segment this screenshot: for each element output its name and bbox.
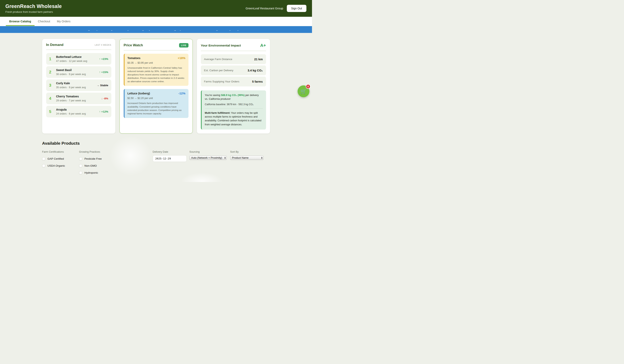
gap-certified-checkbox[interactable] — [42, 157, 45, 160]
alert-product-name: Lettuce (Iceberg) — [128, 92, 150, 95]
demand-item: 1 Butterhead Lettuce 47 orders · 12 per … — [46, 53, 111, 65]
pesticide-free-label[interactable]: Pesticide Free — [84, 157, 102, 160]
practices-label: Growing Practices — [79, 150, 153, 153]
alert-product-name: Tomatoes — [128, 56, 140, 60]
app-header: GreenReach Wholesale Fresh produce from … — [0, 0, 312, 17]
tab-my-orders[interactable]: My Orders — [53, 17, 74, 26]
impact-title: Your Environmental Impact — [201, 44, 241, 47]
banner-clipped-text — [111, 30, 112, 31]
rank-number: 2 — [49, 70, 54, 74]
demand-item: 5 Arugula 24 orders · 6 per week avg ↑ +… — [46, 106, 111, 117]
price-watch-card: Price Watch LIVE Tomatoes +18% $3.35 → $… — [120, 39, 193, 134]
impact-stat-row: Farms Supplying Your Orders 5 farms — [201, 77, 266, 86]
usda-organic-checkbox[interactable] — [42, 164, 45, 167]
product-name: Sweet Basil — [56, 68, 99, 72]
divider — [205, 108, 263, 109]
certifications-label: Farm Certifications — [42, 150, 79, 153]
cart-button[interactable]: 🛒 0 — [298, 85, 310, 97]
app-title: GreenReach Wholesale — [5, 3, 62, 9]
price-watch-title: Price Watch — [124, 43, 143, 47]
product-stats: 38 orders · 9 per week avg — [56, 73, 99, 76]
app-subtitle: Fresh produce from trusted farm partners — [5, 10, 62, 13]
pesticide-free-checkbox[interactable] — [79, 157, 82, 160]
demand-item: 2 Sweet Basil 38 orders · 9 per week avg… — [46, 66, 111, 78]
rank-number: 4 — [49, 96, 54, 101]
account-name: GreenLeaf Restaurant Group — [246, 7, 283, 10]
demand-item: 3 Curly Kale 35 orders · 9 per week avg … — [46, 79, 111, 91]
stat-value: 5 farms — [252, 80, 263, 83]
impact-stat-row: Est. Carbon per Delivery 3.4 kg CO₂ — [201, 66, 266, 75]
alert-change: -12% — [178, 91, 185, 95]
sort-by-select[interactable]: Product Name — [230, 156, 263, 160]
product-stats: 35 orders · 9 per week avg — [56, 86, 97, 89]
divider — [124, 50, 188, 50]
tab-checkout[interactable]: Checkout — [35, 17, 53, 26]
rank-number: 1 — [49, 57, 54, 61]
divider — [46, 49, 111, 50]
sort-selected-value: Product Name — [232, 156, 249, 159]
alert-description: Increased Ontario farm production has im… — [128, 102, 185, 115]
main-nav: Browse Catalog Checkout My Orders — [0, 17, 312, 26]
tab-browse-catalog[interactable]: Browse Catalog — [6, 17, 35, 26]
delivery-date-label: Delivery Date — [153, 150, 189, 153]
product-name: Butterhead Lettuce — [56, 55, 99, 58]
delivery-date-input[interactable] — [153, 155, 187, 162]
impact-grade: A+ — [260, 43, 266, 48]
in-demand-title: In Demand — [46, 43, 64, 47]
product-name: Curly Kale — [56, 82, 97, 85]
hydroponic-label[interactable]: Hydroponic — [84, 171, 98, 174]
stat-label: Est. Carbon per Delivery — [204, 69, 234, 72]
banner-clipped-text — [97, 30, 97, 31]
trend-indicator: ↑ +23% — [99, 57, 108, 61]
impact-stat-row: Average Farm Distance 21 km — [201, 54, 266, 64]
hydroponic-checkbox[interactable] — [79, 171, 82, 174]
banner-clipped-text — [149, 30, 150, 31]
gap-certified-label[interactable]: GAP Certified — [48, 157, 64, 160]
banner-clipped-text — [128, 30, 129, 31]
product-stats: 47 orders · 12 per week avg — [56, 60, 99, 63]
in-demand-card: In Demand LAST 4 WEEKS 1 Butterhead Lett… — [42, 39, 115, 134]
demand-item: 4 Cherry Tomatoes 29 orders · 7 per week… — [46, 92, 111, 104]
product-filters: Farm Certifications GAP Certified USDA O… — [42, 150, 270, 174]
sign-out-button[interactable]: Sign Out — [287, 5, 306, 12]
cart-count-badge: 0 — [306, 84, 311, 89]
banner-clipped-text — [174, 30, 176, 31]
divider — [201, 51, 266, 51]
usda-organic-label[interactable]: USDA Organic — [48, 164, 65, 167]
non-gmo-checkbox[interactable] — [79, 164, 82, 167]
baseline-info: California baseline: 3679 km · 592.3 kg … — [205, 103, 263, 106]
banner-clipped-text — [88, 30, 90, 31]
sort-by-label: Sort By — [230, 150, 263, 153]
price-alert-tomatoes: Tomatoes +18% $3.35 → $3.95 per unit Uns… — [124, 54, 188, 86]
stat-value: 21 km — [254, 57, 263, 61]
select-arrows-icon — [224, 157, 226, 159]
banner-clipped-text — [180, 30, 181, 31]
cart-icon: 🛒 — [300, 89, 307, 94]
product-stats: 24 orders · 6 per week avg — [56, 112, 99, 115]
product-stats: 29 orders · 7 per week avg — [56, 99, 101, 102]
price-alert-lettuce: Lettuce (Iceberg) -12% $2.50 → $2.20 per… — [124, 89, 188, 118]
savings-highlight: 588.9 kg CO₂ (99%) — [221, 93, 245, 97]
sourcing-selected-value: Auto (Network + Proximity) — [191, 156, 222, 159]
product-name: Arugula — [56, 108, 99, 111]
carbon-savings-box: You're saving 588.9 kg CO₂ (99%) per del… — [201, 91, 266, 130]
savings-message: You're saving 588.9 kg CO₂ (99%) per del… — [205, 93, 263, 101]
available-products-title: Available Products — [42, 141, 270, 146]
rank-number: 3 — [49, 83, 54, 88]
banner-clipped-text — [142, 30, 144, 31]
environmental-impact-card: Your Environmental Impact A+ Average Far… — [197, 39, 270, 134]
trend-indicator: → Stable — [97, 84, 108, 87]
live-badge: LIVE — [179, 43, 188, 47]
stat-value: 3.4 kg CO₂ — [248, 69, 263, 72]
trend-indicator: ↑ +12% — [99, 110, 108, 113]
in-demand-period: LAST 4 WEEKS — [95, 44, 111, 46]
multi-farm-note: Multi-farm fulfillment: Your orders may … — [205, 111, 263, 127]
sourcing-select[interactable]: Auto (Network + Proximity) — [189, 156, 227, 160]
announcement-banner[interactable] — [0, 26, 312, 33]
trend-indicator: ↑ +15% — [99, 71, 108, 74]
savings-prefix: You're saving — [205, 93, 221, 97]
alert-price: $2.50 → $2.20 per unit — [128, 97, 185, 100]
trend-indicator: ↓ -8% — [101, 97, 108, 100]
non-gmo-label[interactable]: Non-GMO — [84, 164, 97, 167]
stat-label: Average Farm Distance — [204, 58, 233, 61]
